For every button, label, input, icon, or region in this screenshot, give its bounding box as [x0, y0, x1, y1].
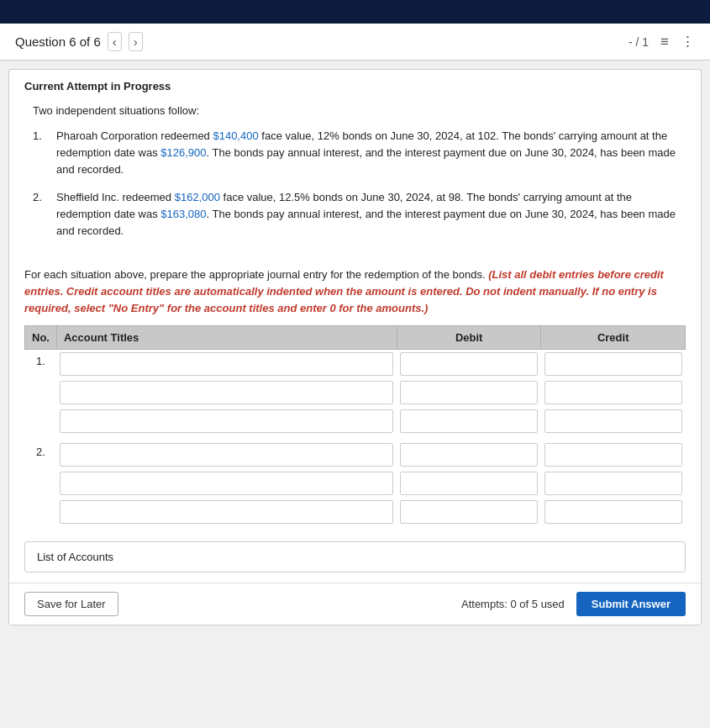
row2-account-col [56, 378, 397, 407]
row5-account-col [56, 469, 397, 498]
row6-account-input[interactable] [60, 500, 393, 524]
question-body: Two independent situations follow: 1. Ph… [9, 98, 701, 258]
header: Question 6 of 6 ‹ › - / 1 ≡ ⋮ [0, 24, 710, 61]
row5-account-input[interactable] [60, 472, 393, 495]
table-row [25, 378, 686, 407]
situation-2: 2. Sheffield Inc. redeemed $162,000 face… [33, 189, 686, 240]
row6-credit-col [541, 498, 686, 526]
sit2-amount2: $163,080 [160, 208, 206, 220]
row4-debit-col [397, 440, 541, 469]
row6-num [25, 498, 57, 526]
journal-table: No. Account Titles Debit Credit 1. [24, 325, 686, 531]
col-debit: Debit [397, 326, 541, 350]
row1-num: 1. [25, 350, 57, 379]
row2-debit-col [397, 378, 541, 407]
row3-credit-col [541, 407, 686, 435]
row4-num: 2. [25, 440, 57, 469]
row6-debit-input[interactable] [400, 500, 538, 524]
sit1-num: 1. [33, 128, 48, 178]
col-account: Account Titles [56, 326, 397, 350]
row1-credit-col [541, 350, 686, 379]
row6-account-col [56, 498, 397, 526]
sit1-amount1: $140,400 [213, 129, 258, 142]
row1-debit-input[interactable] [400, 352, 538, 376]
table-row [25, 498, 686, 526]
situations-list: 1. Pharoah Corporation redeemed $140,400… [33, 128, 686, 240]
row2-credit-col [541, 378, 686, 407]
question-title: Question 6 of 6 [15, 34, 101, 49]
row1-account-col [56, 350, 397, 379]
row3-debit-input[interactable] [400, 409, 538, 433]
attempts-text: Attempts: 0 of 5 used [461, 598, 565, 610]
row3-account-col [56, 407, 397, 435]
col-no: No. [25, 326, 57, 350]
row5-num [25, 469, 57, 498]
table-row: 1. [25, 350, 686, 379]
row3-debit-col [397, 407, 541, 435]
main-content: Current Attempt in Progress Two independ… [8, 69, 702, 625]
footer: Save for Later Attempts: 0 of 5 used Sub… [9, 583, 701, 625]
row5-credit-col [541, 469, 686, 498]
footer-right: Attempts: 0 of 5 used Submit Answer [461, 592, 686, 616]
more-icon[interactable]: ⋮ [681, 33, 695, 50]
page-info: - / 1 [628, 35, 649, 49]
table-row [25, 407, 686, 435]
instruction-plain: For each situation above, prepare the ap… [24, 268, 488, 281]
save-later-button[interactable]: Save for Later [24, 592, 118, 616]
row3-account-input[interactable] [60, 409, 393, 433]
instruction-text: For each situation above, prepare the ap… [9, 258, 701, 325]
row5-credit-input[interactable] [544, 472, 682, 495]
row2-credit-input[interactable] [544, 381, 682, 404]
sit2-amount1: $162,000 [175, 191, 220, 203]
row5-debit-col [397, 469, 541, 498]
current-attempt-label: Current Attempt in Progress [9, 70, 701, 98]
row6-debit-col [397, 498, 541, 526]
sit1-plain: Pharoah Corporation redeemed [56, 129, 213, 142]
header-right: - / 1 ≡ ⋮ [628, 33, 695, 50]
question-intro: Two independent situations follow: [33, 103, 686, 119]
next-question-button[interactable]: › [129, 32, 143, 51]
sit2-text: Sheffield Inc. redeemed $162,000 face va… [56, 189, 686, 240]
row1-credit-input[interactable] [544, 352, 682, 376]
row2-account-input[interactable] [60, 381, 393, 404]
list-of-accounts-section: List of Accounts [24, 541, 686, 572]
row5-debit-input[interactable] [400, 472, 538, 495]
row4-debit-input[interactable] [400, 443, 538, 467]
sit2-plain: Sheffield Inc. redeemed [56, 191, 175, 203]
table-row [25, 469, 686, 498]
row2-debit-input[interactable] [400, 381, 538, 404]
situation-1: 1. Pharoah Corporation redeemed $140,400… [33, 128, 686, 178]
row3-credit-input[interactable] [544, 409, 682, 433]
col-credit: Credit [541, 326, 686, 350]
table-row: 2. [25, 440, 686, 469]
sit1-amount2: $126,900 [160, 146, 206, 159]
prev-question-button[interactable]: ‹ [108, 32, 122, 51]
top-bar [0, 0, 710, 24]
row4-credit-input[interactable] [544, 443, 682, 467]
row1-debit-col [397, 350, 541, 379]
row4-account-input[interactable] [60, 443, 393, 467]
row3-num [25, 407, 57, 435]
row6-credit-input[interactable] [544, 500, 682, 524]
row4-credit-col [541, 440, 686, 469]
sit1-text: Pharoah Corporation redeemed $140,400 fa… [56, 128, 686, 178]
sit2-num: 2. [33, 189, 48, 240]
row1-account-input[interactable] [60, 352, 393, 376]
submit-answer-button[interactable]: Submit Answer [576, 592, 686, 616]
list-of-accounts-label: List of Accounts [37, 551, 113, 563]
row2-num [25, 378, 57, 407]
header-left: Question 6 of 6 ‹ › [15, 32, 143, 51]
row4-account-col [56, 440, 397, 469]
list-icon[interactable]: ≡ [660, 34, 669, 50]
